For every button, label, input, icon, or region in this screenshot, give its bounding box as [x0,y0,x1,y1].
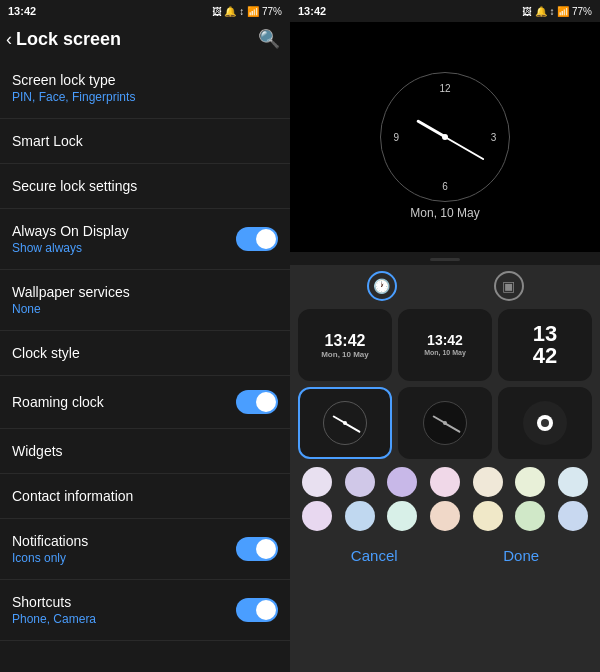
widgets-label: Widgets [12,443,63,459]
color-circle-11[interactable] [473,501,503,531]
cn-6: 6 [442,180,448,191]
widget-tab[interactable]: ▣ [494,271,524,301]
wallpaper-services-sub: None [12,302,130,316]
time-left: 13:42 [8,5,36,17]
clock-options-grid: 13:42 Mon, 10 May 13:42 Mon, 10 May 13 4… [298,309,592,459]
setting-screen-lock-type[interactable]: Screen lock type PIN, Face, Fingerprints [0,58,290,119]
action-row: Cancel Done [298,543,592,568]
clock-option-1[interactable]: 13:42 Mon, 10 May [298,309,392,381]
screen-lock-type-sub: PIN, Face, Fingerprints [12,90,135,104]
header: ‹ Lock screen 🔍 [0,22,290,58]
colors-grid [298,467,592,531]
setting-shortcuts[interactable]: Shortcuts Phone, Camera [0,580,290,641]
minute-hand [445,136,485,160]
clock-opt-6-analog [523,401,567,445]
right-status-icons: 🖼 🔔 ↕ 📶 77% [522,6,592,17]
wallpaper-services-label: Wallpaper services [12,284,130,300]
signal-icons: 📶 77% [247,6,282,17]
roaming-clock-label: Roaming clock [12,394,104,410]
notifications-toggle[interactable] [236,537,278,561]
color-circle-8[interactable] [345,501,375,531]
page-title: Lock screen [16,29,121,50]
color-circle-3[interactable] [430,467,460,497]
clock-option-4[interactable] [298,387,392,459]
clock-option-3[interactable]: 13 42 [498,309,592,381]
secure-lock-label: Secure lock settings [12,178,137,194]
clock-center [442,134,448,140]
toggle-knob-notif [256,539,276,559]
status-icons-left: 🖼 🔔 ↕ 📶 77% [212,6,282,17]
toggle-knob-roaming [256,392,276,412]
status-bar-right: 13:42 🖼 🔔 ↕ 📶 77% [290,0,600,22]
setting-secure-lock[interactable]: Secure lock settings [0,164,290,209]
clock-option-5[interactable] [398,387,492,459]
bottom-panel: 🕐 ▣ 13:42 Mon, 10 May 13:42 Mon, 10 May [290,265,600,672]
color-circle-6[interactable] [558,467,588,497]
color-circle-7[interactable] [302,501,332,531]
settings-list: Screen lock type PIN, Face, Fingerprints… [0,58,290,672]
setting-always-on-display[interactable]: Always On Display Show always [0,209,290,270]
clock-opt-1-text: 13:42 Mon, 10 May [321,331,369,360]
color-circle-5[interactable] [515,467,545,497]
right-panel: 13:42 🖼 🔔 ↕ 📶 77% 12 3 6 9 [290,0,600,672]
cn-9: 9 [394,132,400,143]
clock-preview-container: 12 3 6 9 Mon, 10 May [380,72,510,202]
header-left: ‹ Lock screen [6,29,121,50]
cn-12: 12 [439,83,450,94]
color-circle-2[interactable] [387,467,417,497]
clock-opt-3-text: 13 42 [533,323,557,367]
notification-icons: 🖼 🔔 ↕ [212,6,245,17]
search-icon[interactable]: 🔍 [258,28,280,50]
roaming-clock-toggle[interactable] [236,390,278,414]
always-on-display-sub: Show always [12,241,129,255]
coa-center-5 [443,421,447,425]
cancel-button[interactable]: Cancel [321,543,428,568]
setting-clock-style[interactable]: Clock style [0,331,290,376]
clock-option-6[interactable] [498,387,592,459]
color-circle-12[interactable] [515,501,545,531]
setting-widgets[interactable]: Widgets [0,429,290,474]
smart-lock-label: Smart Lock [12,133,83,149]
setting-wallpaper-services[interactable]: Wallpaper services None [0,270,290,331]
clock-opt-2-text: 13:42 Mon, 10 May [424,332,466,357]
color-circle-4[interactable] [473,467,503,497]
coa-minute-5 [445,422,461,432]
always-on-display-label: Always On Display [12,223,129,239]
setting-roaming-clock[interactable]: Roaming clock [0,376,290,429]
notifications-sub: Icons only [12,551,88,565]
shortcuts-toggle[interactable] [236,598,278,622]
status-bar-left: 13:42 🖼 🔔 ↕ 📶 77% [0,0,290,22]
left-panel: 13:42 🖼 🔔 ↕ 📶 77% ‹ Lock screen 🔍 Screen… [0,0,290,672]
color-circle-10[interactable] [430,501,460,531]
screen-lock-type-label: Screen lock type [12,72,135,88]
shortcuts-label: Shortcuts [12,594,96,610]
done-button[interactable]: Done [473,543,569,568]
color-circle-13[interactable] [558,501,588,531]
time-right: 13:42 [298,5,326,17]
clock-opt-5-analog [423,401,467,445]
notifications-label: Notifications [12,533,88,549]
toggle-knob-shortcuts [256,600,276,620]
coa-minute [345,422,361,432]
clock-face: 12 3 6 9 [380,72,510,202]
setting-notifications[interactable]: Notifications Icons only [0,519,290,580]
clock-option-2[interactable]: 13:42 Mon, 10 May [398,309,492,381]
setting-contact-information[interactable]: Contact information [0,474,290,519]
clock-opt-4-analog [323,401,367,445]
clock-center-icon [537,415,553,431]
date-label: Mon, 10 May [410,206,479,220]
clock-style-label: Clock style [12,345,80,361]
cn-3: 3 [491,132,497,143]
setting-smart-lock[interactable]: Smart Lock [0,119,290,164]
shortcuts-sub: Phone, Camera [12,612,96,626]
analog-clock-preview: 12 3 6 9 [380,72,510,202]
clock-tab[interactable]: 🕐 [367,271,397,301]
toggle-knob [256,229,276,249]
coa-center [343,421,347,425]
color-circle-9[interactable] [387,501,417,531]
always-on-display-toggle[interactable] [236,227,278,251]
tabs-row: 🕐 ▣ [298,271,592,301]
back-button[interactable]: ‹ [6,29,12,50]
color-circle-1[interactable] [345,467,375,497]
color-circle-0[interactable] [302,467,332,497]
